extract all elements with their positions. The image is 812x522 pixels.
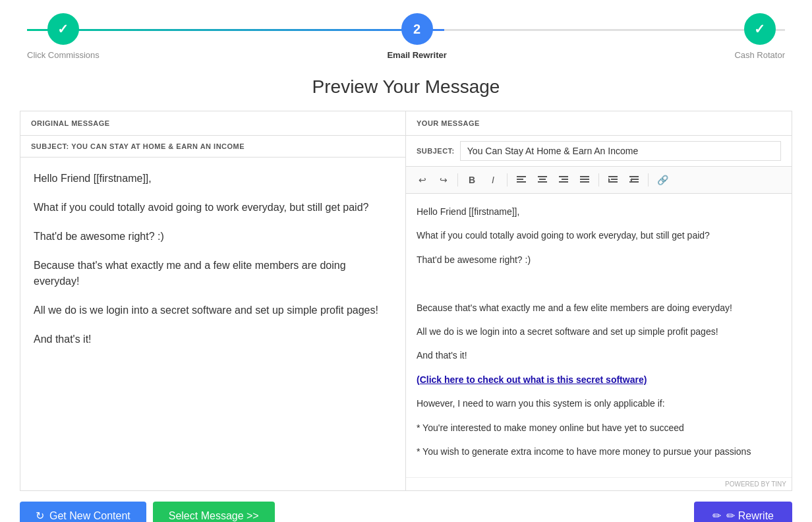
original-para-4: Because that's what exactly me and a few… (34, 258, 392, 289)
svg-rect-9 (580, 176, 589, 177)
svg-rect-8 (559, 181, 568, 183)
svg-rect-11 (580, 181, 589, 183)
svg-rect-17 (632, 179, 639, 180)
select-message-label: Select Message >> (169, 510, 259, 521)
svg-rect-13 (611, 179, 618, 180)
bold-button[interactable]: B (462, 171, 482, 189)
editor-para-6: And that's it! (417, 348, 781, 362)
svg-rect-14 (608, 181, 618, 183)
svg-rect-12 (608, 176, 618, 177)
undo-button[interactable]: ↩ (413, 171, 432, 189)
powered-by: POWERED BY TINY (406, 477, 792, 490)
left-buttons: ↻ Get New Content Select Message >> (20, 502, 275, 522)
get-new-content-label: Get New Content (49, 510, 130, 522)
step-click-commissions: ✓ Click Commissions (27, 13, 100, 60)
align-justify-button[interactable] (575, 171, 594, 189)
svg-rect-1 (517, 179, 523, 180)
pencil-icon: ✏ (712, 509, 721, 522)
editor-para-2: What if you could totally avoid going to… (417, 228, 781, 243)
editor-para-3: That'd be awesome right? :) (417, 252, 781, 267)
toolbar-sep-1 (457, 173, 458, 187)
step-label-3: Cash Rotator (734, 50, 785, 60)
your-message-header: YOUR MESSAGE (406, 111, 792, 136)
original-message-body: Hello Friend [[firstname]], What if you … (20, 158, 405, 441)
svg-rect-4 (539, 179, 546, 180)
step-cash-rotator: ✓ Cash Rotator (734, 13, 785, 60)
editor-para-9: * You wish to generate extra income to h… (417, 444, 781, 459)
svg-rect-2 (517, 181, 526, 183)
step-email-rewriter: 2 Email Rewriter (387, 13, 446, 60)
select-message-button[interactable]: Select Message >> (153, 502, 275, 522)
original-para-3: That'd be awesome right? :) (34, 229, 392, 245)
step-label-1: Click Commissions (27, 50, 100, 60)
right-buttons: ✏ ✏ Rewrite (694, 502, 792, 522)
original-para-5: All we do is we login into a secret soft… (34, 303, 392, 318)
original-subject: SUBJECT: YOU CAN STAY AT HOME & EARN AN … (20, 136, 405, 158)
align-center-button[interactable] (533, 171, 552, 189)
align-left-button[interactable] (511, 171, 531, 189)
editor-para-4: Because that's what exactly me and a few… (417, 301, 781, 315)
editor-toolbar: ↩ ↪ B I 🔗 (406, 167, 792, 194)
editor-para-7: However, I need to warn you this system … (417, 396, 781, 411)
redo-button[interactable]: ↪ (434, 171, 453, 189)
subject-input[interactable] (460, 141, 781, 161)
align-right-button[interactable] (554, 171, 573, 189)
progress-line-container: ✓ Click Commissions 2 Email Rewriter ✓ C… (27, 13, 785, 60)
editor-para-8: * You're interested to make money online… (417, 420, 781, 435)
svg-rect-18 (629, 181, 639, 183)
editor-link-para: (Click here to check out what is this se… (417, 372, 781, 387)
editor-para-1: Hello Friend [[firstname]], (417, 204, 781, 219)
svg-rect-0 (517, 176, 526, 177)
original-para-2: What if you could totally avoid going to… (34, 200, 392, 216)
outdent-button[interactable] (603, 171, 623, 189)
toolbar-sep-3 (598, 173, 599, 187)
refresh-icon: ↻ (36, 509, 44, 522)
italic-button[interactable]: I (483, 171, 503, 189)
original-para-6: And that's it! (34, 332, 392, 347)
toolbar-sep-4 (648, 173, 649, 187)
step-circle-2: 2 (401, 13, 433, 45)
step-circle-3: ✓ (744, 13, 776, 45)
step-circle-1: ✓ (47, 13, 79, 45)
editor-para-spacer (417, 276, 781, 291)
toolbar-sep-2 (507, 173, 508, 187)
bottom-bar: ↻ Get New Content Select Message >> ✏ ✏ … (20, 491, 792, 522)
svg-rect-5 (538, 181, 547, 183)
rewrite-label: ✏ Rewrite (726, 509, 774, 522)
svg-rect-10 (580, 179, 589, 180)
get-new-content-button[interactable]: ↻ Get New Content (20, 502, 146, 522)
svg-rect-6 (559, 176, 568, 177)
main-content: ORIGINAL MESSAGE SUBJECT: YOU CAN STAY A… (20, 111, 792, 491)
original-message-header: ORIGINAL MESSAGE (20, 111, 405, 136)
svg-rect-7 (562, 179, 568, 180)
page-title: Preview Your Message (0, 76, 812, 98)
svg-rect-16 (629, 176, 639, 177)
subject-label: SUBJECT: (417, 147, 455, 155)
link-button[interactable]: 🔗 (652, 171, 672, 189)
progress-section: ✓ Click Commissions 2 Email Rewriter ✓ C… (0, 0, 812, 67)
right-panel: YOUR MESSAGE SUBJECT: ↩ ↪ B I (406, 111, 792, 490)
original-para-1: Hello Friend [[firstname]], (34, 171, 392, 187)
svg-rect-3 (538, 176, 547, 177)
editor-area[interactable]: Hello Friend [[firstname]], What if you … (406, 194, 792, 477)
editor-link[interactable]: (Click here to check out what is this se… (417, 374, 647, 385)
rewrite-button[interactable]: ✏ ✏ Rewrite (694, 502, 792, 522)
left-panel: ORIGINAL MESSAGE SUBJECT: YOU CAN STAY A… (20, 111, 406, 490)
subject-row: SUBJECT: (406, 136, 792, 167)
indent-button[interactable] (624, 171, 644, 189)
editor-para-5: All we do is we login into a secret soft… (417, 324, 781, 339)
step-label-2: Email Rewriter (387, 50, 446, 60)
